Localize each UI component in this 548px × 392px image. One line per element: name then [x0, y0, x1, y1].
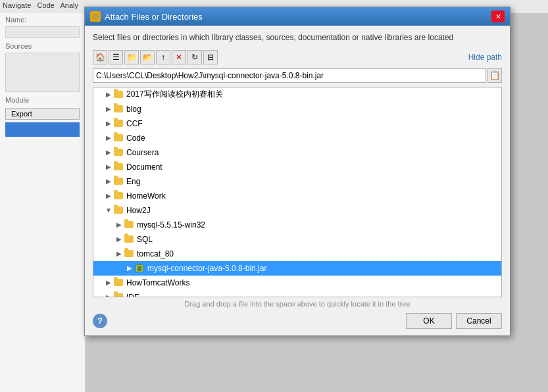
folder-icon — [114, 192, 123, 199]
tree-arrow-icon: ▶ — [114, 221, 124, 228]
ide-export-btn: Export — [5, 108, 80, 120]
tree-item[interactable]: ▶2017写作阅读校内初赛相关 — [93, 87, 501, 102]
dialog-controls[interactable]: ✕ — [491, 11, 505, 22]
tree-item-label: blog — [126, 105, 141, 114]
tree-item[interactable]: ▶HomeWork — [93, 189, 501, 203]
hide-path-link[interactable]: Hide path — [468, 53, 502, 62]
tree-item[interactable]: ▶Coursera — [93, 145, 501, 160]
folder-icon — [114, 134, 123, 141]
tree-item[interactable]: ▶HowTomcatWorks — [93, 276, 501, 290]
folder-icon — [114, 207, 123, 214]
file-tree-button[interactable]: 📁 — [124, 50, 139, 64]
path-row: 📋 — [93, 68, 502, 83]
folder-icon — [114, 293, 123, 297]
tree-arrow-icon: ▶ — [104, 192, 113, 199]
dialog-icon: 📎 — [90, 11, 101, 22]
tree-item[interactable]: ▶Code — [93, 131, 501, 145]
path-input[interactable] — [93, 68, 486, 83]
attach-files-dialog: 📎 Attach Files or Directories ✕ Select f… — [84, 7, 511, 336]
jar-file-icon — [136, 264, 143, 272]
folder-icon — [114, 120, 123, 127]
ide-sidebar: Name: Sources Module Export — [0, 13, 86, 392]
collapse-button[interactable]: ⊟ — [203, 50, 218, 64]
tree-item-label: 2017写作阅读校内初赛相关 — [126, 89, 223, 100]
up-button[interactable]: ↑ — [156, 50, 170, 64]
toolbar: 🏠 ☰ 📁 📂 ↑ ✕ ↻ ⊟ Hide path — [93, 50, 502, 64]
tree-item-label: mysql-5.5.15-win32 — [137, 220, 205, 230]
tree-item-label: Document — [126, 162, 162, 172]
dialog-body: Select files or directories in which lib… — [85, 26, 510, 335]
tree-item-label: Eng — [126, 177, 140, 186]
tree-arrow-icon: ▶ — [104, 120, 113, 127]
dialog-title: Attach Files or Directories — [105, 12, 491, 22]
tree-item[interactable]: ▶mysql-connector-java-5.0.8-bin.jar — [93, 261, 501, 276]
folder-icon — [114, 279, 123, 286]
drag-hint: Drag and drop a file into the space abov… — [93, 300, 502, 308]
tree-item-label: IDE — [126, 293, 139, 297]
folder-icon — [114, 178, 123, 185]
delete-button[interactable]: ✕ — [172, 50, 186, 64]
tree-arrow-icon: ▶ — [114, 250, 124, 257]
ok-button[interactable]: OK — [406, 313, 452, 329]
tree-arrow-icon: ▶ — [104, 163, 113, 170]
tree-item[interactable]: ▶blog — [93, 102, 501, 116]
dialog-footer: ? OK Cancel — [93, 313, 502, 329]
tree-item-label: Coursera — [126, 148, 159, 157]
tree-arrow-icon: ▶ — [104, 279, 113, 286]
tree-item-label: SQL — [137, 235, 153, 244]
folder-icon — [124, 235, 134, 243]
close-button[interactable]: ✕ — [491, 11, 505, 22]
ide-name-input — [5, 26, 80, 38]
tree-item-label: Code — [126, 134, 145, 143]
home-button[interactable]: 🏠 — [93, 50, 107, 64]
ide-menu: Navigate Code Analy — [0, 1, 78, 9]
dialog-description: Select files or directories in which lib… — [93, 32, 502, 43]
tree-arrow-icon: ▶ — [125, 264, 134, 272]
folder-icon — [124, 221, 134, 228]
footer-buttons: OK Cancel — [406, 313, 502, 329]
tree-item-label: HowTomcatWorks — [126, 278, 189, 287]
tree-arrow-icon: ▶ — [104, 178, 113, 185]
tree-arrow-icon: ▶ — [104, 105, 113, 112]
refresh-button[interactable]: ↻ — [187, 50, 202, 64]
browse-folder-button[interactable]: 📋 — [487, 68, 502, 83]
ide-sources-area — [5, 53, 80, 92]
tree-arrow-icon: ▶ — [104, 134, 113, 141]
tree-item[interactable]: ▶CCF — [93, 116, 501, 131]
tree-arrow-icon: ▶ — [114, 235, 124, 243]
file-tree[interactable]: ▶2017写作阅读校内初赛相关▶blog▶CCF▶Code▶Coursera▶D… — [93, 87, 502, 297]
tree-arrow-icon: ▶ — [104, 293, 113, 297]
help-button[interactable]: ? — [93, 314, 107, 328]
ide-name-label: Name: — [0, 13, 85, 25]
folder-icon — [114, 105, 123, 112]
folder-icon — [114, 91, 123, 98]
cancel-button[interactable]: Cancel — [456, 313, 502, 329]
ide-blue-bar — [5, 122, 80, 137]
tree-item[interactable]: ▶Eng — [93, 174, 501, 189]
ide-sources-label: Sources — [0, 39, 85, 51]
tree-item[interactable]: ▶SQL — [93, 232, 501, 247]
tree-item-label: CCF — [126, 119, 143, 128]
tree-item[interactable]: ▶mysql-5.5.15-win32 — [93, 218, 501, 232]
tree-item[interactable]: ▶tomcat_80 — [93, 247, 501, 261]
list-view-button[interactable]: ☰ — [109, 50, 123, 64]
folder-icon — [114, 163, 123, 170]
desktop: Navigate Code Analy Name: Sources Module… — [0, 0, 548, 392]
new-folder-button[interactable]: 📂 — [140, 50, 155, 64]
tree-arrow-icon: ▼ — [104, 207, 113, 214]
tree-arrow-icon: ▶ — [104, 149, 113, 156]
tree-item-label: How2J — [126, 206, 151, 215]
tree-arrow-icon: ▶ — [104, 91, 113, 98]
tree-item[interactable]: ▶IDE — [93, 290, 501, 297]
tree-item[interactable]: ▶Document — [93, 160, 501, 174]
tree-item[interactable]: ▼How2J — [93, 203, 501, 218]
dialog-titlebar: 📎 Attach Files or Directories ✕ — [85, 7, 510, 26]
ide-module-label: Module — [0, 93, 85, 105]
tree-item-label: HomeWork — [126, 191, 166, 201]
folder-icon — [114, 149, 123, 156]
tree-item-label: tomcat_80 — [137, 249, 174, 258]
tree-item-label: mysql-connector-java-5.0.8-bin.jar — [147, 264, 266, 273]
folder-icon — [124, 250, 134, 257]
